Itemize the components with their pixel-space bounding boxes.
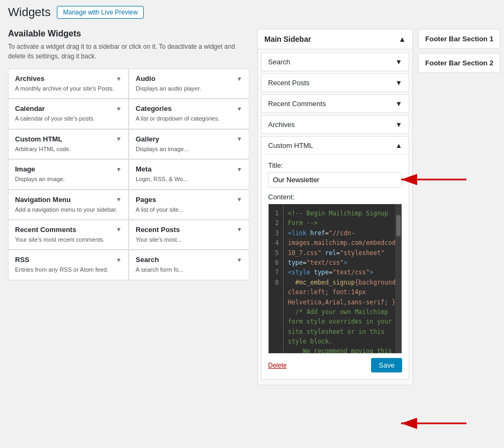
- title-field-label: Title:: [268, 161, 402, 169]
- widget-item-gallery[interactable]: Gallery ▼ Displays an image...: [129, 129, 249, 159]
- code-content-lines[interactable]: <!-- Begin Mailchimp Signup Form --> <li…: [284, 204, 402, 353]
- widget-item-navigation-menu[interactable]: Navigation Menu ▼ Add a navigation menu …: [8, 190, 129, 220]
- widget-item-meta[interactable]: Meta ▼ Login, RSS, & Wo...: [129, 159, 249, 189]
- custom-html-expanded-widget: Custom HTML ▲ Title: Content:: [261, 136, 409, 379]
- widget-item-image[interactable]: Image ▼ Displays an image.: [8, 159, 129, 189]
- footer-bar-section-1[interactable]: Footer Bar Section 1: [418, 29, 500, 49]
- chevron-down-icon: ▼: [116, 76, 122, 82]
- widget-item-recent-posts[interactable]: Recent Posts ▼ Your site's most...: [129, 220, 249, 250]
- chevron-down-icon: ▼: [116, 226, 122, 233]
- chevron-down-icon: ▼: [236, 196, 242, 203]
- widget-title-input[interactable]: [268, 172, 402, 188]
- chevron-down-icon: ▼: [395, 121, 402, 129]
- chevron-down-icon: ▼: [395, 58, 402, 66]
- footer-bar-section-2[interactable]: Footer Bar Section 2: [418, 53, 500, 73]
- chevron-down-icon: ▼: [116, 166, 122, 173]
- code-line-2: <link href="//cdn-images.mailchimp.com/e…: [288, 228, 397, 268]
- footer-sections-panel: Footer Bar Section 1 Footer Bar Section …: [418, 29, 500, 443]
- chevron-down-icon: ▼: [395, 79, 402, 87]
- code-line-1: <!-- Begin Mailchimp Signup Form -->: [288, 208, 397, 228]
- widget-item-categories[interactable]: Categories ▼ A list or dropdown of categ…: [129, 99, 249, 129]
- chevron-up-icon: ▲: [398, 35, 406, 43]
- widgets-grid: Archives ▼ A monthly archive of your sit…: [8, 69, 249, 280]
- manage-live-preview-button[interactable]: Manage with Live Preview: [57, 6, 143, 19]
- chevron-down-icon: ▼: [236, 136, 242, 142]
- custom-html-widget-body: Title: Content: 1 2 3: [262, 154, 409, 379]
- code-scrollbar[interactable]: [395, 204, 402, 353]
- main-sidebar-title: Main Sidebar: [264, 35, 311, 43]
- widget-item-search[interactable]: Search ▼ A search form fo...: [129, 250, 249, 280]
- chevron-down-icon: ▼: [236, 76, 242, 82]
- chevron-down-icon: ▼: [116, 136, 122, 142]
- code-line-5: /* Add your own Mailchimp form style ove…: [288, 307, 397, 347]
- sidebar-widget-search[interactable]: Search ▼: [261, 53, 409, 71]
- code-line-4: #mc_embed_signup{background:#fff; clear:…: [288, 278, 397, 307]
- widget-item-custom-html[interactable]: Custom HTML ▼ Arbitrary HTML code.: [8, 129, 129, 159]
- chevron-down-icon: ▼: [236, 106, 242, 112]
- code-line-3: <style type="text/css">: [288, 267, 397, 277]
- chevron-down-icon: ▼: [395, 100, 402, 108]
- code-line-6: We recommend moving this block and the p…: [288, 346, 397, 353]
- main-sidebar-header[interactable]: Main Sidebar ▲: [257, 29, 413, 49]
- line-numbers: 1 2 3 4 5 6 7 8: [269, 204, 284, 353]
- sidebar-widget-archives[interactable]: Archives ▼: [261, 115, 409, 134]
- code-scrollbar-thumb: [396, 215, 401, 236]
- chevron-down-icon: ▼: [236, 226, 242, 233]
- sidebar-widget-recent-comments[interactable]: Recent Comments ▼: [261, 94, 409, 113]
- chevron-up-icon: ▲: [395, 141, 402, 150]
- custom-html-widget-header[interactable]: Custom HTML ▲: [262, 137, 409, 154]
- chevron-down-icon: ▼: [236, 257, 242, 263]
- widget-item-archives[interactable]: Archives ▼ A monthly archive of your sit…: [8, 69, 129, 99]
- available-widgets-description: To activate a widget drag it to a sideba…: [8, 42, 249, 61]
- chevron-down-icon: ▼: [116, 106, 122, 112]
- chevron-down-icon: ▼: [116, 196, 122, 203]
- widget-item-audio[interactable]: Audio ▼ Displays an audio player.: [129, 69, 249, 99]
- custom-html-widget-name: Custom HTML: [268, 141, 313, 150]
- delete-widget-button[interactable]: Delete: [268, 362, 287, 369]
- widget-actions: Delete Save: [268, 358, 402, 372]
- widget-item-recent-comments[interactable]: Recent Comments ▼ Your site's most recen…: [8, 220, 129, 250]
- main-sidebar-body: Search ▼ Recent Posts ▼: [257, 49, 413, 385]
- chevron-down-icon: ▼: [236, 166, 242, 173]
- content-field-label: Content:: [268, 193, 402, 201]
- code-editor[interactable]: 1 2 3 4 5 6 7 8: [268, 204, 402, 354]
- widget-item-calendar[interactable]: Calendar ▼ A calendar of your site's pos…: [8, 99, 129, 129]
- widget-item-pages[interactable]: Pages ▼ A list of your site...: [129, 190, 249, 220]
- available-widgets-title: Available Widgets: [8, 29, 249, 39]
- save-widget-button[interactable]: Save: [371, 358, 402, 372]
- page-title: Widgets: [8, 5, 50, 19]
- chevron-down-icon: ▼: [116, 257, 122, 263]
- sidebar-widget-recent-posts[interactable]: Recent Posts ▼: [261, 73, 409, 92]
- widget-item-rss[interactable]: RSS ▼ Entries from any RSS or Atom feed.: [8, 250, 129, 280]
